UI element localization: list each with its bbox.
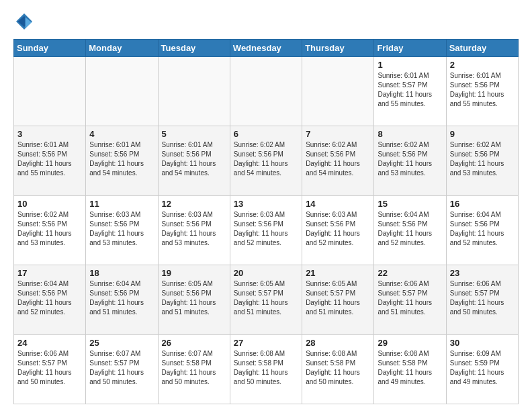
day-info: Sunrise: 6:05 AM Sunset: 5:56 PM Dayligh… [162,279,226,317]
day-number: 2 [450,60,515,70]
weekday-header-sunday: Sunday [14,40,86,57]
page: SundayMondayTuesdayWednesdayThursdayFrid… [0,0,532,411]
calendar-cell [86,57,158,126]
day-info: Sunrise: 6:03 AM Sunset: 5:56 PM Dayligh… [306,210,370,248]
day-info: Sunrise: 6:04 AM Sunset: 5:56 PM Dayligh… [89,279,154,317]
calendar-cell: 25Sunrise: 6:07 AM Sunset: 5:57 PM Dayli… [86,334,158,404]
calendar-cell: 4Sunrise: 6:01 AM Sunset: 5:56 PM Daylig… [86,126,158,195]
weekday-header-thursday: Thursday [302,40,374,57]
day-info: Sunrise: 6:06 AM Sunset: 5:57 PM Dayligh… [378,279,442,317]
calendar-cell: 6Sunrise: 6:02 AM Sunset: 5:56 PM Daylig… [230,126,302,195]
day-number: 17 [17,268,82,278]
day-info: Sunrise: 6:03 AM Sunset: 5:56 PM Dayligh… [234,210,298,248]
day-number: 1 [378,60,442,70]
day-number: 25 [89,338,154,348]
calendar-cell: 14Sunrise: 6:03 AM Sunset: 5:56 PM Dayli… [302,195,374,265]
weekday-header-row: SundayMondayTuesdayWednesdayThursdayFrid… [14,40,519,57]
day-info: Sunrise: 6:03 AM Sunset: 5:56 PM Dayligh… [89,210,154,248]
day-number: 3 [17,129,82,139]
day-info: Sunrise: 6:04 AM Sunset: 5:56 PM Dayligh… [450,210,515,248]
day-info: Sunrise: 6:02 AM Sunset: 5:56 PM Dayligh… [234,140,298,178]
calendar-cell: 2Sunrise: 6:01 AM Sunset: 5:56 PM Daylig… [446,57,518,126]
day-info: Sunrise: 6:02 AM Sunset: 5:56 PM Dayligh… [450,140,515,178]
day-info: Sunrise: 6:04 AM Sunset: 5:56 PM Dayligh… [17,279,82,317]
day-number: 24 [17,338,82,348]
header [13,11,519,32]
calendar-cell: 27Sunrise: 6:08 AM Sunset: 5:58 PM Dayli… [230,334,302,404]
calendar-cell: 9Sunrise: 6:02 AM Sunset: 5:56 PM Daylig… [446,126,518,195]
weekday-header-wednesday: Wednesday [230,40,302,57]
calendar-cell [158,57,230,126]
week-row-2: 3Sunrise: 6:01 AM Sunset: 5:56 PM Daylig… [14,126,519,195]
calendar-cell: 7Sunrise: 6:02 AM Sunset: 5:56 PM Daylig… [302,126,374,195]
week-row-1: 1Sunrise: 6:01 AM Sunset: 5:57 PM Daylig… [14,57,519,126]
day-number: 15 [378,199,442,209]
week-row-3: 10Sunrise: 6:02 AM Sunset: 5:56 PM Dayli… [14,195,519,265]
day-info: Sunrise: 6:09 AM Sunset: 5:59 PM Dayligh… [450,349,515,387]
calendar-cell: 30Sunrise: 6:09 AM Sunset: 5:59 PM Dayli… [446,334,518,404]
calendar-cell: 28Sunrise: 6:08 AM Sunset: 5:58 PM Dayli… [302,334,374,404]
calendar-table: SundayMondayTuesdayWednesdayThursdayFrid… [13,39,519,404]
day-number: 4 [89,129,154,139]
day-number: 16 [450,199,515,209]
day-info: Sunrise: 6:01 AM Sunset: 5:57 PM Dayligh… [378,71,442,109]
calendar-cell: 10Sunrise: 6:02 AM Sunset: 5:56 PM Dayli… [14,195,86,265]
day-number: 11 [89,199,154,209]
logo [13,11,38,32]
calendar-cell: 8Sunrise: 6:02 AM Sunset: 5:56 PM Daylig… [374,126,446,195]
calendar-cell: 11Sunrise: 6:03 AM Sunset: 5:56 PM Dayli… [86,195,158,265]
day-info: Sunrise: 6:01 AM Sunset: 5:56 PM Dayligh… [162,140,226,178]
calendar-cell: 12Sunrise: 6:03 AM Sunset: 5:56 PM Dayli… [158,195,230,265]
day-number: 28 [306,338,370,348]
day-info: Sunrise: 6:02 AM Sunset: 5:56 PM Dayligh… [378,140,442,178]
day-number: 27 [234,338,298,348]
day-info: Sunrise: 6:06 AM Sunset: 5:57 PM Dayligh… [450,279,515,317]
day-number: 6 [234,129,298,139]
day-info: Sunrise: 6:05 AM Sunset: 5:57 PM Dayligh… [234,279,298,317]
weekday-header-saturday: Saturday [446,40,518,57]
day-number: 13 [234,199,298,209]
day-info: Sunrise: 6:01 AM Sunset: 5:56 PM Dayligh… [89,140,154,178]
weekday-header-friday: Friday [374,40,446,57]
day-number: 18 [89,268,154,278]
calendar-cell: 21Sunrise: 6:05 AM Sunset: 5:57 PM Dayli… [302,265,374,334]
calendar-cell [14,57,86,126]
day-number: 22 [378,268,442,278]
week-row-4: 17Sunrise: 6:04 AM Sunset: 5:56 PM Dayli… [14,265,519,334]
calendar-cell: 23Sunrise: 6:06 AM Sunset: 5:57 PM Dayli… [446,265,518,334]
day-info: Sunrise: 6:06 AM Sunset: 5:57 PM Dayligh… [17,349,82,387]
day-number: 26 [162,338,226,348]
day-number: 8 [378,129,442,139]
calendar-cell: 24Sunrise: 6:06 AM Sunset: 5:57 PM Dayli… [14,334,86,404]
weekday-header-tuesday: Tuesday [158,40,230,57]
day-number: 14 [306,199,370,209]
day-info: Sunrise: 6:02 AM Sunset: 5:56 PM Dayligh… [306,140,370,178]
calendar-cell: 5Sunrise: 6:01 AM Sunset: 5:56 PM Daylig… [158,126,230,195]
calendar-cell: 1Sunrise: 6:01 AM Sunset: 5:57 PM Daylig… [374,57,446,126]
day-info: Sunrise: 6:02 AM Sunset: 5:56 PM Dayligh… [17,210,82,248]
logo-icon [13,11,35,32]
day-info: Sunrise: 6:07 AM Sunset: 5:57 PM Dayligh… [89,349,154,387]
day-info: Sunrise: 6:03 AM Sunset: 5:56 PM Dayligh… [162,210,226,248]
day-info: Sunrise: 6:08 AM Sunset: 5:58 PM Dayligh… [234,349,298,387]
calendar-cell: 19Sunrise: 6:05 AM Sunset: 5:56 PM Dayli… [158,265,230,334]
weekday-header-monday: Monday [86,40,158,57]
week-row-5: 24Sunrise: 6:06 AM Sunset: 5:57 PM Dayli… [14,334,519,404]
calendar-cell: 16Sunrise: 6:04 AM Sunset: 5:56 PM Dayli… [446,195,518,265]
calendar-cell [230,57,302,126]
day-info: Sunrise: 6:07 AM Sunset: 5:58 PM Dayligh… [162,349,226,387]
calendar-cell: 22Sunrise: 6:06 AM Sunset: 5:57 PM Dayli… [374,265,446,334]
calendar-cell: 29Sunrise: 6:08 AM Sunset: 5:58 PM Dayli… [374,334,446,404]
calendar-cell: 20Sunrise: 6:05 AM Sunset: 5:57 PM Dayli… [230,265,302,334]
calendar-cell: 17Sunrise: 6:04 AM Sunset: 5:56 PM Dayli… [14,265,86,334]
day-number: 21 [306,268,370,278]
calendar-cell: 26Sunrise: 6:07 AM Sunset: 5:58 PM Dayli… [158,334,230,404]
calendar-cell: 18Sunrise: 6:04 AM Sunset: 5:56 PM Dayli… [86,265,158,334]
day-number: 10 [17,199,82,209]
day-info: Sunrise: 6:04 AM Sunset: 5:56 PM Dayligh… [378,210,442,248]
calendar-cell [302,57,374,126]
calendar-cell: 15Sunrise: 6:04 AM Sunset: 5:56 PM Dayli… [374,195,446,265]
calendar-cell: 13Sunrise: 6:03 AM Sunset: 5:56 PM Dayli… [230,195,302,265]
day-number: 7 [306,129,370,139]
day-number: 20 [234,268,298,278]
